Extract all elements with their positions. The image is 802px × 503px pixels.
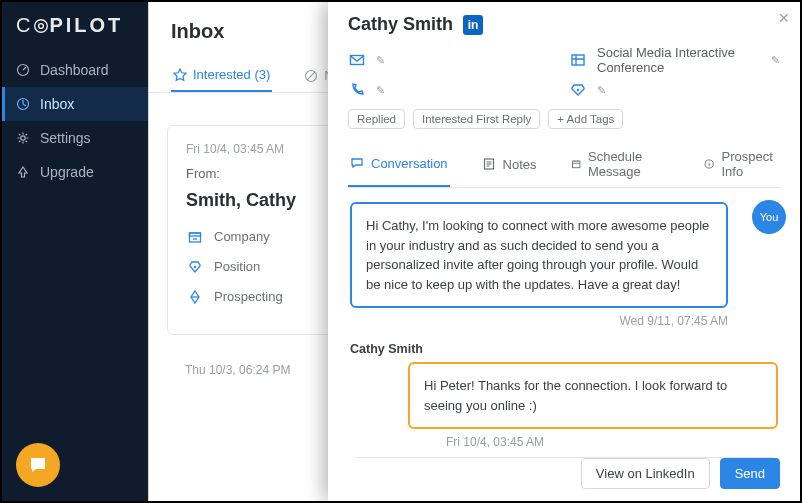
prospect-name: Cathy Smith — [348, 14, 453, 35]
tab-interested[interactable]: Interested (3) — [171, 59, 272, 92]
sidebar-item-label: Settings — [40, 130, 91, 146]
prospect-panel: ✕ Cathy Smith in ✎ Social Media Interact… — [328, 2, 800, 501]
prospecting-row: Prospecting — [186, 288, 306, 306]
prospecting-icon — [186, 288, 204, 306]
svg-point-4 — [21, 136, 25, 140]
chat-icon — [350, 156, 364, 170]
close-icon[interactable]: ✕ — [778, 10, 790, 26]
tab-label: Interested (3) — [193, 67, 270, 82]
send-button[interactable]: Send — [720, 458, 780, 489]
logo-c: C — [16, 14, 33, 36]
tab-label: Notes — [503, 157, 537, 172]
email-icon — [348, 51, 366, 69]
pencil-icon[interactable]: ✎ — [597, 84, 606, 97]
tab-label: Schedule Message — [588, 149, 670, 179]
timestamp-them: Fri 10/4, 03:45 AM — [446, 435, 778, 449]
svg-rect-7 — [190, 233, 201, 236]
inbox-icon — [16, 97, 30, 111]
dashboard-icon — [16, 63, 30, 77]
tab-label: Conversation — [371, 156, 448, 171]
sidebar-item-label: Dashboard — [40, 62, 109, 78]
logo-rest: PILOT — [49, 14, 123, 36]
upgrade-icon — [16, 165, 30, 179]
tag-replied[interactable]: Replied — [348, 109, 405, 129]
company-icon — [569, 51, 587, 69]
svg-point-11 — [577, 89, 579, 91]
conference-name: Social Media Interactive Conference — [597, 45, 761, 75]
sidebar-item-label: Upgrade — [40, 164, 94, 180]
panel-tabs: Conversation Notes Schedule Message Pros… — [348, 141, 780, 188]
tag-interested-first-reply[interactable]: Interested First Reply — [413, 109, 540, 129]
pencil-icon[interactable]: ✎ — [771, 54, 780, 67]
tags-row: Replied Interested First Reply + Add Tag… — [348, 109, 780, 129]
phone-cell[interactable]: ✎ — [348, 81, 559, 99]
crown-icon — [569, 81, 587, 99]
sidebar-item-settings[interactable]: Settings — [2, 121, 148, 155]
company-row: Company — [186, 228, 306, 246]
sidebar-item-upgrade[interactable]: Upgrade — [2, 155, 148, 189]
conversation-area: Hi Cathy, I'm looking to connect with mo… — [348, 188, 780, 458]
timestamp-you: Wed 9/11, 07:45 AM — [350, 314, 728, 328]
from-label: From: — [186, 166, 306, 181]
linkedin-icon[interactable]: in — [463, 15, 483, 35]
notes-icon — [482, 157, 496, 171]
position-icon — [186, 258, 204, 276]
you-badge: You — [752, 200, 780, 234]
prospecting-label: Prospecting — [214, 289, 283, 304]
pencil-icon[interactable]: ✎ — [376, 54, 385, 67]
tab-conversation[interactable]: Conversation — [348, 141, 450, 187]
chat-icon — [27, 454, 49, 476]
position-label: Position — [214, 259, 260, 274]
pencil-icon[interactable]: ✎ — [376, 84, 385, 97]
message-them: Hi Peter! Thanks for the connection. I l… — [408, 362, 778, 429]
intercom-launcher[interactable] — [16, 443, 60, 487]
settings-icon — [16, 131, 30, 145]
calendar-icon — [571, 157, 581, 171]
logo: CPILOT — [2, 14, 148, 53]
svg-rect-10 — [572, 55, 584, 65]
svg-rect-13 — [572, 161, 579, 168]
company-icon — [186, 228, 204, 246]
svg-point-8 — [194, 265, 196, 267]
from-name: Smith, Cathy — [186, 189, 306, 212]
email-cell[interactable]: ✎ — [348, 45, 559, 75]
tag-add[interactable]: + Add Tags — [548, 109, 623, 129]
sidebar-item-label: Inbox — [40, 96, 74, 112]
conference-cell[interactable]: Social Media Interactive Conference ✎ — [569, 45, 780, 75]
crown-cell[interactable]: ✎ — [569, 81, 780, 99]
info-icon — [704, 157, 714, 171]
message-date: Fri 10/4, 03:45 AM — [186, 142, 306, 156]
tab-prospect-info[interactable]: Prospect Info — [702, 141, 780, 187]
position-row: Position — [186, 258, 306, 276]
svg-rect-6 — [190, 233, 201, 242]
sender-name: Cathy Smith — [350, 342, 778, 356]
sidebar-item-dashboard[interactable]: Dashboard — [2, 53, 148, 87]
sidebar-item-inbox[interactable]: Inbox — [2, 87, 148, 121]
ban-icon — [304, 69, 318, 83]
sidebar: CPILOT Dashboard Inbox Settings Upgrade — [2, 2, 148, 501]
message-you: Hi Cathy, I'm looking to connect with mo… — [350, 202, 728, 308]
tab-notes[interactable]: Notes — [480, 141, 539, 187]
svg-point-1 — [39, 24, 44, 29]
star-icon — [173, 68, 187, 82]
tab-label: Prospect Info — [721, 149, 778, 179]
tab-schedule[interactable]: Schedule Message — [569, 141, 673, 187]
company-label: Company — [214, 229, 270, 244]
view-linkedin-button[interactable]: View on LinkedIn — [581, 458, 710, 489]
phone-icon — [348, 81, 366, 99]
svg-point-0 — [35, 20, 48, 33]
